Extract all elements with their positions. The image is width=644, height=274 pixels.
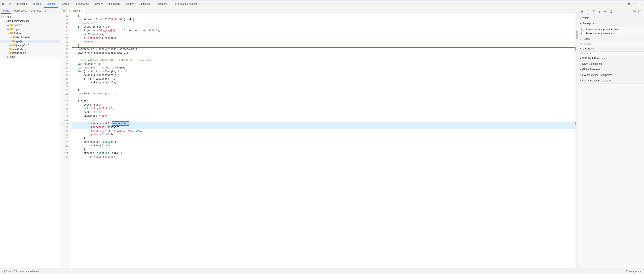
code-line-92: // sCode = "";: [72, 21, 576, 25]
code-line-119: "userAccount": userAccount,: [72, 122, 576, 125]
code-line-96: $("#txtCode").focus();: [72, 36, 576, 40]
line-numbers: 90 91 92 93 94 95 96 97 98 99 100 101 10…: [60, 14, 70, 268]
tree-item-login[interactable]: ▶ Login: [0, 27, 60, 31]
event-listener-breakpoints-section: ▶ Event Listener Breakpoints: [578, 72, 644, 78]
scope-triangle-icon: ▼: [580, 38, 582, 40]
resume-icon[interactable]: [580, 9, 585, 14]
more-file-tree-options-icon[interactable]: ⋮: [54, 9, 58, 13]
xhr-breakpoints-header[interactable]: ▶ XHR/fetch Breakpoints: [578, 56, 644, 61]
step-out-icon[interactable]: [597, 9, 602, 14]
tab-console[interactable]: Console: [30, 0, 44, 8]
scrollbar-thumb[interactable]: [576, 30, 578, 39]
xhr-triangle-icon: ▶: [580, 57, 581, 59]
settings-icon[interactable]: ⚙: [626, 1, 632, 7]
tree-item-jquery[interactable]: ▶ jquery-3.4.1: [0, 43, 60, 47]
step-into-icon[interactable]: [592, 9, 596, 14]
vertical-scrollbar[interactable]: [576, 14, 578, 268]
breakpoints-section-header[interactable]: ▼ Breakpoints: [578, 21, 644, 26]
js-file-icon: [10, 52, 11, 54]
status-coverage: Coverage: n/a: [626, 270, 642, 273]
tree-label: top: [8, 15, 60, 18]
tree-item-index[interactable]: (index): [0, 55, 60, 58]
code-line-105: for (i = 0; i < pwdlength; i++) {: [72, 70, 576, 73]
csp-triangle-icon: ▶: [580, 80, 581, 82]
tab-overrides[interactable]: Overrides: [28, 8, 43, 14]
watch-section-header[interactable]: ▶ Watch: [578, 15, 644, 21]
close-devtools-icon[interactable]: ✕: [638, 1, 643, 7]
scope-not-paused: Not paused: [578, 42, 644, 46]
code-line-104: var pwdlength = password.length;: [72, 66, 576, 70]
deactivate-breakpoints-icon[interactable]: [609, 9, 614, 14]
code-line-124: beforeSend: function () {: [72, 140, 576, 144]
tree-label: Content: [14, 24, 60, 26]
code-line-113: $.ajax({: [72, 99, 576, 103]
code-content[interactable]: } var sCode = $.trim($("#txtcode").val()…: [70, 14, 576, 268]
code-line-97: return;: [72, 40, 576, 44]
file-tab-login-js[interactable]: JS login.js ✕: [66, 8, 86, 14]
main-tab-bar: Elements Console Sources Network Perform…: [15, 0, 202, 8]
svg-rect-6: [2, 16, 4, 18]
tab-sources[interactable]: Sources: [44, 0, 58, 8]
folder-open-icon3: [13, 36, 16, 39]
tab-network[interactable]: Network: [58, 0, 72, 8]
tab-performance[interactable]: Performance: [72, 0, 91, 8]
breakpoints-content: Pause on uncaught exceptions Pause on ca…: [578, 26, 644, 36]
file-tab-close-icon[interactable]: ✕: [81, 10, 83, 12]
pause-uncaught-checkbox[interactable]: [582, 28, 584, 31]
tree-label: jquery-3.4.1: [16, 44, 60, 47]
status-selection-info: { } 2 lines, 59 characters selected: [2, 270, 39, 273]
tree-item-scripts[interactable]: ▼ Scripts: [0, 31, 60, 35]
step-icon[interactable]: [603, 9, 608, 14]
tree-item-guopeiweb[interactable]: ▼ GuoPeiWeb: [0, 35, 60, 39]
tab-lighthouse[interactable]: Lighthouse: [136, 0, 153, 8]
global-listeners-header[interactable]: ▶ Global Listeners: [578, 67, 644, 72]
call-stack-section-header[interactable]: ▼ Call Stack: [578, 46, 644, 51]
tab-memory[interactable]: Memory: [91, 0, 105, 8]
csp-violation-header[interactable]: ▶ CSP Violation Breakpoints: [578, 78, 644, 83]
svg-point-5: [198, 3, 199, 4]
dom-triangle-icon: ▶: [580, 63, 581, 65]
code-line-126: },: [72, 148, 576, 151]
code-line-99: userAccount = base64encode(userAccount);: [72, 47, 576, 51]
tree-item-basecode-js[interactable]: BaseCode.js: [0, 47, 60, 51]
secondary-toolbar: Page Workspace Overrides » ⋮: [0, 8, 60, 14]
code-line-123: },: [72, 136, 576, 140]
tree-label: Scripts: [14, 32, 60, 35]
tree-item-top[interactable]: ▼ top: [0, 15, 60, 19]
step-over-icon[interactable]: [586, 9, 590, 14]
inspect-icon[interactable]: [1, 1, 6, 7]
panel-layout-icon[interactable]: [61, 8, 66, 13]
svg-line-16: [610, 11, 612, 12]
tab-security[interactable]: Security: [122, 0, 136, 8]
tree-label: xuexi.chinabett.com: [7, 19, 60, 22]
panel-layout-toggle-icon[interactable]: [632, 9, 636, 14]
device-toggle-icon[interactable]: [6, 1, 12, 7]
xhr-breakpoints-label: XHR/fetch Breakpoints: [582, 57, 607, 60]
code-line-107: if (i < pwdlength - 1): [72, 77, 576, 81]
html-file-icon: [6, 56, 8, 58]
pause-caught-checkbox[interactable]: [582, 32, 584, 35]
code-line-112: [72, 96, 576, 99]
split-panel-icon[interactable]: [638, 9, 642, 14]
tree-item-content[interactable]: ▶ Content: [0, 23, 60, 27]
code-line-128: if (data.Success) {: [72, 155, 576, 159]
js-file-icon: [12, 40, 14, 42]
tab-application[interactable]: Application: [105, 0, 122, 8]
more-secondary-tabs-icon[interactable]: »: [44, 9, 47, 12]
dom-breakpoints-header[interactable]: ▶ DOM Breakpoints: [578, 61, 644, 67]
call-stack-label: Call Stack: [583, 47, 594, 50]
tab-page[interactable]: Page: [1, 8, 11, 14]
tab-workspace[interactable]: Workspace: [12, 8, 28, 14]
event-listener-breakpoints-header[interactable]: ▶ Event Listener Breakpoints: [578, 72, 644, 78]
more-options-icon[interactable]: ⋮: [632, 1, 638, 7]
watch-triangle-icon: ▶: [580, 17, 581, 19]
tree-item-qrcode-js[interactable]: qrcode.min.js: [0, 51, 60, 55]
dom-breakpoints-label: DOM Breakpoints: [582, 62, 602, 65]
tab-elements[interactable]: Elements: [15, 0, 30, 8]
tab-performance-insights[interactable]: Performance insights: [171, 0, 202, 8]
scope-section-header[interactable]: ▼ Scope: [578, 36, 644, 42]
code-line-117: dataType: "json",: [72, 114, 576, 118]
tree-item-login-js[interactable]: login.js: [0, 39, 60, 43]
tree-item-domain[interactable]: ▼ xuexi.chinabett.com: [0, 19, 60, 23]
tab-recorder[interactable]: Recorder: [153, 0, 171, 8]
